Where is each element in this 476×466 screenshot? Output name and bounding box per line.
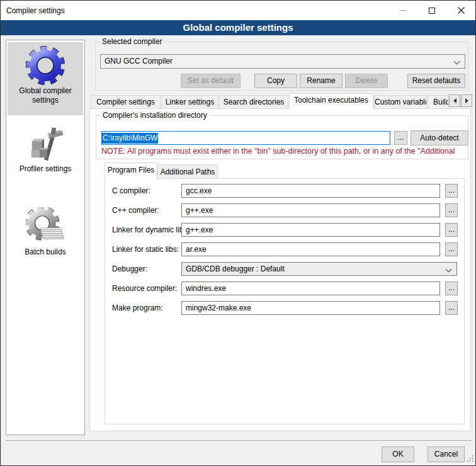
resource-compiler-browse-button[interactable]: ... <box>445 281 458 295</box>
subtab-program-files[interactable]: Program Files <box>105 162 157 179</box>
sidebar-item-label: Profiler settings <box>8 164 83 174</box>
titlebar[interactable]: Compiler settings <box>1 1 475 20</box>
tab-custom-variables[interactable]: Custom variables <box>374 95 427 109</box>
installation-directory-group: Compiler's installation directory C:\ray… <box>96 115 468 159</box>
sidebar-item-global-compiler-settings[interactable]: Global compiler settings <box>8 42 83 115</box>
installation-directory-input[interactable]: C:\raylib\MinGW <box>101 131 390 145</box>
compiler-select[interactable]: GNU GCC Compiler <box>100 54 465 69</box>
chevron-down-icon <box>454 59 460 65</box>
resource-compiler-label: Resource compiler: <box>112 284 177 293</box>
chevron-down-icon <box>446 266 452 273</box>
maximize-button[interactable] <box>417 1 446 20</box>
browse-directory-button[interactable]: ... <box>394 131 407 145</box>
minimize-button[interactable] <box>388 1 417 20</box>
maximize-icon <box>429 8 435 14</box>
make-program-browse-button[interactable]: ... <box>445 301 458 315</box>
delete-button[interactable]: Delete <box>345 74 388 88</box>
linker-dynamic-input[interactable]: g++.exe <box>181 223 440 237</box>
cpp-compiler-label: C++ compiler: <box>112 206 159 215</box>
reset-defaults-button[interactable]: Reset defaults <box>407 74 465 88</box>
selected-compiler-group-label: Selected compiler <box>100 37 164 46</box>
tab-toolchain-executables[interactable]: Toolchain executables <box>289 93 373 109</box>
debugger-row: Debugger: GDB/CDB debugger : Default <box>105 262 465 276</box>
note-text: NOTE: All programs must exist either in … <box>101 147 468 156</box>
compiler-settings-dialog: Compiler settings Global compiler settin… <box>0 0 476 466</box>
resize-grip[interactable] <box>467 455 473 463</box>
sidebar-item-label: Global compiler settings <box>8 86 83 105</box>
c-compiler-label: C compiler: <box>112 186 150 195</box>
tab-linker-settings[interactable]: Linker settings <box>161 95 218 109</box>
gray-gear-papers-icon <box>26 207 65 246</box>
arrow-right-icon <box>465 98 468 103</box>
c-compiler-input[interactable]: gcc.exe <box>181 184 440 198</box>
linker-dynamic-browse-button[interactable]: ... <box>445 223 458 237</box>
cancel-button[interactable]: Cancel <box>428 446 465 462</box>
toolchain-executables-page: Compiler's installation directory C:\ray… <box>89 108 471 431</box>
tab-search-directories[interactable]: Search directories <box>219 95 288 109</box>
compiler-select-value: GNU GCC Compiler <box>105 57 173 65</box>
close-icon <box>458 7 465 14</box>
caliper-icon <box>26 124 65 163</box>
make-program-label: Make program: <box>112 304 163 312</box>
debugger-label: Debugger: <box>112 264 147 273</box>
rename-button[interactable]: Rename <box>300 74 343 88</box>
linker-static-row: Linker for static libs: ar.exe ... <box>105 242 465 256</box>
tab-scroll-left-button[interactable] <box>449 94 460 107</box>
sidebar-item-label: Batch builds <box>8 247 83 257</box>
cpp-compiler-row: C++ compiler: g++.exe ... <box>105 203 465 217</box>
make-program-row: Make program: mingw32-make.exe ... <box>105 301 465 315</box>
c-compiler-browse-button[interactable]: ... <box>445 184 458 198</box>
set-as-default-button[interactable]: Set as default <box>181 74 241 88</box>
cpp-compiler-browse-button[interactable]: ... <box>445 203 458 217</box>
installation-directory-group-label: Compiler's installation directory <box>101 111 209 120</box>
program-files-page: C compiler: gcc.exe ... C++ compiler: g+… <box>105 178 465 424</box>
close-button[interactable] <box>446 1 475 20</box>
subtab-additional-paths[interactable]: Additional Paths <box>157 164 218 178</box>
tab-scroll-right-button[interactable] <box>461 94 472 107</box>
ok-button[interactable]: OK <box>382 446 414 462</box>
make-program-input[interactable]: mingw32-make.exe <box>181 301 440 315</box>
blue-gear-icon <box>26 46 65 85</box>
minimize-icon <box>400 10 406 11</box>
selected-compiler-group: Selected compiler GNU GCC Compiler Set a… <box>95 42 468 91</box>
auto-detect-button[interactable]: Auto-detect <box>411 130 468 145</box>
linker-static-input[interactable]: ar.exe <box>181 242 440 256</box>
installation-directory-value: C:\raylib\MinGW <box>102 133 158 144</box>
linker-dynamic-row: Linker for dynamic libs: g++.exe ... <box>105 223 465 237</box>
linker-dynamic-label: Linker for dynamic libs: <box>112 225 190 234</box>
arrow-left-icon <box>453 98 456 103</box>
linker-static-browse-button[interactable]: ... <box>445 242 458 256</box>
footer-divider <box>6 440 472 441</box>
linker-static-label: Linker for static libs: <box>112 245 179 254</box>
c-compiler-row: C compiler: gcc.exe ... <box>105 184 465 198</box>
window-title: Compiler settings <box>6 6 65 15</box>
window-controls <box>388 1 475 20</box>
resource-compiler-input[interactable]: windres.exe <box>181 281 440 295</box>
tab-compiler-settings[interactable]: Compiler settings <box>91 95 161 109</box>
copy-button[interactable]: Copy <box>254 74 297 88</box>
tab-build-clipped[interactable]: Build <box>428 95 449 109</box>
debugger-select-value: GDB/CDB debugger : Default <box>186 264 285 273</box>
settings-category-list: Global compiler settings <box>6 40 85 435</box>
dialog-banner-title: Global compiler settings <box>1 20 475 35</box>
debugger-select[interactable]: GDB/CDB debugger : Default <box>181 262 457 276</box>
sidebar-item-batch-builds[interactable]: Batch builds <box>8 203 83 265</box>
cpp-compiler-input[interactable]: g++.exe <box>181 203 440 217</box>
sidebar-item-profiler-settings[interactable]: Profiler settings <box>8 120 83 187</box>
resource-compiler-row: Resource compiler: windres.exe ... <box>105 281 465 295</box>
